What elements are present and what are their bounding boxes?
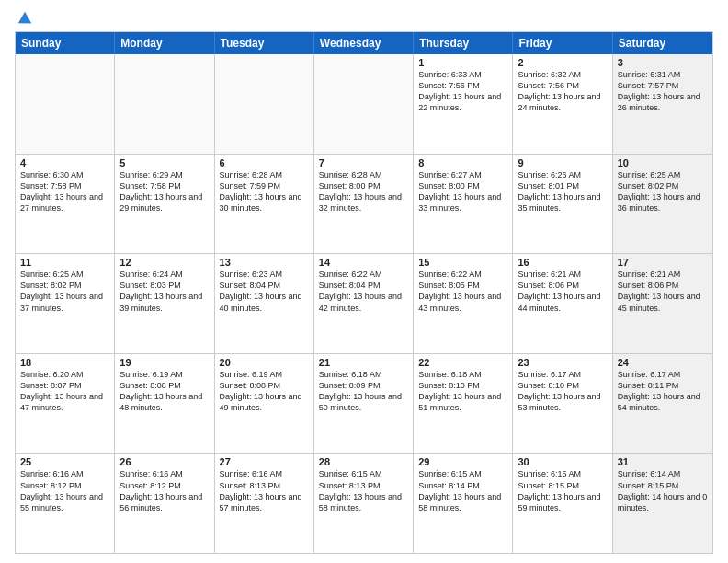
cal-header-saturday: Saturday xyxy=(613,32,712,54)
cal-cell: 6Sunrise: 6:28 AM Sunset: 7:59 PM Daylig… xyxy=(215,155,314,254)
cal-cell: 24Sunrise: 6:17 AM Sunset: 8:11 PM Dayli… xyxy=(613,354,712,454)
logo xyxy=(15,9,33,26)
cell-info: Sunrise: 6:32 AM Sunset: 7:56 PM Dayligh… xyxy=(518,69,607,114)
day-number: 25 xyxy=(20,456,109,467)
cell-info: Sunrise: 6:28 AM Sunset: 7:59 PM Dayligh… xyxy=(220,169,309,214)
cal-cell: 10Sunrise: 6:25 AM Sunset: 8:02 PM Dayli… xyxy=(613,155,712,254)
day-number: 7 xyxy=(319,157,408,168)
cal-header-friday: Friday xyxy=(513,32,612,54)
cal-cell: 3Sunrise: 6:31 AM Sunset: 7:57 PM Daylig… xyxy=(613,54,712,154)
cell-info: Sunrise: 6:15 AM Sunset: 8:15 PM Dayligh… xyxy=(518,468,607,513)
cal-cell xyxy=(215,54,314,154)
cal-cell xyxy=(314,54,414,154)
calendar-header-row: SundayMondayTuesdayWednesdayThursdayFrid… xyxy=(16,32,712,54)
day-number: 17 xyxy=(618,257,708,268)
day-number: 5 xyxy=(119,157,209,168)
cal-header-wednesday: Wednesday xyxy=(314,32,414,54)
cal-header-tuesday: Tuesday xyxy=(215,32,314,54)
cal-header-sunday: Sunday xyxy=(16,32,115,54)
cell-info: Sunrise: 6:16 AM Sunset: 8:12 PM Dayligh… xyxy=(20,468,109,513)
day-number: 20 xyxy=(220,357,309,368)
day-number: 29 xyxy=(418,456,507,467)
day-number: 4 xyxy=(20,157,109,168)
cal-cell: 7Sunrise: 6:28 AM Sunset: 8:00 PM Daylig… xyxy=(314,155,414,254)
cal-week-1: 1Sunrise: 6:33 AM Sunset: 7:56 PM Daylig… xyxy=(16,54,712,154)
cal-cell: 8Sunrise: 6:27 AM Sunset: 8:00 PM Daylig… xyxy=(414,155,513,254)
cal-cell: 20Sunrise: 6:19 AM Sunset: 8:08 PM Dayli… xyxy=(215,354,314,454)
cell-info: Sunrise: 6:14 AM Sunset: 8:15 PM Dayligh… xyxy=(618,468,708,513)
cal-cell: 13Sunrise: 6:23 AM Sunset: 8:04 PM Dayli… xyxy=(215,254,314,353)
cal-cell: 21Sunrise: 6:18 AM Sunset: 8:09 PM Dayli… xyxy=(314,354,414,454)
cal-cell: 14Sunrise: 6:22 AM Sunset: 8:04 PM Dayli… xyxy=(314,254,414,353)
day-number: 19 xyxy=(119,357,209,368)
day-number: 30 xyxy=(518,456,607,467)
cal-cell: 28Sunrise: 6:15 AM Sunset: 8:13 PM Dayli… xyxy=(314,454,414,553)
cell-info: Sunrise: 6:17 AM Sunset: 8:11 PM Dayligh… xyxy=(618,369,708,414)
cell-info: Sunrise: 6:22 AM Sunset: 8:04 PM Dayligh… xyxy=(319,269,408,314)
cell-info: Sunrise: 6:29 AM Sunset: 7:58 PM Dayligh… xyxy=(119,169,209,214)
calendar-body: 1Sunrise: 6:33 AM Sunset: 7:56 PM Daylig… xyxy=(16,54,712,553)
cell-info: Sunrise: 6:16 AM Sunset: 8:12 PM Dayligh… xyxy=(119,468,209,513)
cell-info: Sunrise: 6:25 AM Sunset: 8:02 PM Dayligh… xyxy=(618,169,708,214)
cal-week-3: 11Sunrise: 6:25 AM Sunset: 8:02 PM Dayli… xyxy=(16,253,712,353)
day-number: 13 xyxy=(220,257,309,268)
cal-cell: 29Sunrise: 6:15 AM Sunset: 8:14 PM Dayli… xyxy=(414,454,513,553)
day-number: 6 xyxy=(220,157,309,168)
day-number: 11 xyxy=(20,257,109,268)
cell-info: Sunrise: 6:21 AM Sunset: 8:06 PM Dayligh… xyxy=(518,269,607,314)
day-number: 1 xyxy=(418,57,507,68)
cal-cell: 5Sunrise: 6:29 AM Sunset: 7:58 PM Daylig… xyxy=(115,155,214,254)
cal-cell: 25Sunrise: 6:16 AM Sunset: 8:12 PM Dayli… xyxy=(16,454,115,553)
cell-info: Sunrise: 6:28 AM Sunset: 8:00 PM Dayligh… xyxy=(319,169,408,214)
day-number: 15 xyxy=(418,257,507,268)
cal-cell: 11Sunrise: 6:25 AM Sunset: 8:02 PM Dayli… xyxy=(16,254,115,353)
cell-info: Sunrise: 6:24 AM Sunset: 8:03 PM Dayligh… xyxy=(119,269,209,314)
cal-cell: 22Sunrise: 6:18 AM Sunset: 8:10 PM Dayli… xyxy=(414,354,513,454)
cal-cell: 31Sunrise: 6:14 AM Sunset: 8:15 PM Dayli… xyxy=(613,454,712,553)
day-number: 10 xyxy=(618,157,708,168)
cell-info: Sunrise: 6:22 AM Sunset: 8:05 PM Dayligh… xyxy=(418,269,507,314)
day-number: 2 xyxy=(518,57,607,68)
cell-info: Sunrise: 6:26 AM Sunset: 8:01 PM Dayligh… xyxy=(518,169,607,214)
day-number: 23 xyxy=(518,357,607,368)
cell-info: Sunrise: 6:17 AM Sunset: 8:10 PM Dayligh… xyxy=(518,369,607,414)
day-number: 18 xyxy=(20,357,109,368)
day-number: 14 xyxy=(319,257,408,268)
cell-info: Sunrise: 6:31 AM Sunset: 7:57 PM Dayligh… xyxy=(618,69,708,114)
cal-cell xyxy=(16,54,115,154)
cal-cell: 12Sunrise: 6:24 AM Sunset: 8:03 PM Dayli… xyxy=(115,254,214,353)
day-number: 12 xyxy=(119,257,209,268)
cal-cell: 18Sunrise: 6:20 AM Sunset: 8:07 PM Dayli… xyxy=(16,354,115,454)
header xyxy=(15,9,713,26)
cell-info: Sunrise: 6:16 AM Sunset: 8:13 PM Dayligh… xyxy=(220,468,309,513)
cell-info: Sunrise: 6:19 AM Sunset: 8:08 PM Dayligh… xyxy=(119,369,209,414)
cal-week-2: 4Sunrise: 6:30 AM Sunset: 7:58 PM Daylig… xyxy=(16,154,712,254)
cal-cell: 9Sunrise: 6:26 AM Sunset: 8:01 PM Daylig… xyxy=(513,155,612,254)
cell-info: Sunrise: 6:18 AM Sunset: 8:09 PM Dayligh… xyxy=(319,369,408,414)
day-number: 28 xyxy=(319,456,408,467)
cal-cell: 26Sunrise: 6:16 AM Sunset: 8:12 PM Dayli… xyxy=(115,454,214,553)
day-number: 9 xyxy=(518,157,607,168)
cell-info: Sunrise: 6:21 AM Sunset: 8:06 PM Dayligh… xyxy=(618,269,708,314)
day-number: 26 xyxy=(119,456,209,467)
cell-info: Sunrise: 6:33 AM Sunset: 7:56 PM Dayligh… xyxy=(418,69,507,114)
logo-icon xyxy=(17,9,33,26)
cal-cell: 30Sunrise: 6:15 AM Sunset: 8:15 PM Dayli… xyxy=(513,454,612,553)
page: SundayMondayTuesdayWednesdayThursdayFrid… xyxy=(0,0,728,563)
day-number: 31 xyxy=(618,456,708,467)
calendar: SundayMondayTuesdayWednesdayThursdayFrid… xyxy=(15,31,713,554)
cal-cell: 17Sunrise: 6:21 AM Sunset: 8:06 PM Dayli… xyxy=(613,254,712,353)
cell-info: Sunrise: 6:18 AM Sunset: 8:10 PM Dayligh… xyxy=(418,369,507,414)
cal-cell: 27Sunrise: 6:16 AM Sunset: 8:13 PM Dayli… xyxy=(215,454,314,553)
cal-cell: 1Sunrise: 6:33 AM Sunset: 7:56 PM Daylig… xyxy=(414,54,513,154)
cell-info: Sunrise: 6:23 AM Sunset: 8:04 PM Dayligh… xyxy=(220,269,309,314)
cell-info: Sunrise: 6:20 AM Sunset: 8:07 PM Dayligh… xyxy=(20,369,109,414)
day-number: 16 xyxy=(518,257,607,268)
cal-cell: 4Sunrise: 6:30 AM Sunset: 7:58 PM Daylig… xyxy=(16,155,115,254)
cell-info: Sunrise: 6:25 AM Sunset: 8:02 PM Dayligh… xyxy=(20,269,109,314)
cell-info: Sunrise: 6:27 AM Sunset: 8:00 PM Dayligh… xyxy=(418,169,507,214)
day-number: 8 xyxy=(418,157,507,168)
day-number: 21 xyxy=(319,357,408,368)
day-number: 24 xyxy=(618,357,708,368)
cell-info: Sunrise: 6:15 AM Sunset: 8:13 PM Dayligh… xyxy=(319,468,408,513)
